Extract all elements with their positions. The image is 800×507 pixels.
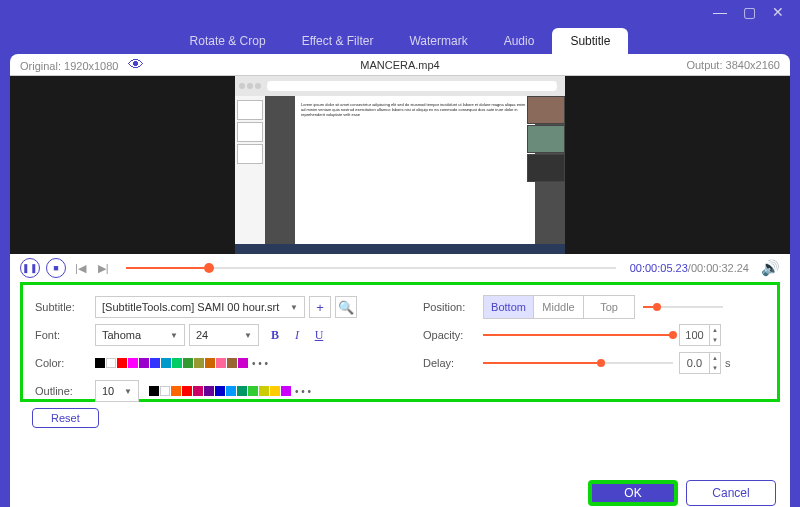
outline-color-swatch[interactable] <box>226 386 236 396</box>
prev-frame-button[interactable]: |◀ <box>72 262 89 275</box>
cancel-button[interactable]: Cancel <box>686 480 776 506</box>
tab-effect-filter[interactable]: Effect & Filter <box>284 28 392 54</box>
ok-button[interactable]: OK <box>588 480 678 506</box>
font-size-dropdown[interactable]: 24▼ <box>189 324 259 346</box>
file-name: MANCERA.mp4 <box>360 59 439 71</box>
video-preview: Lorem ipsum dolor sit amet consectetur a… <box>10 76 790 254</box>
outline-color-swatch[interactable] <box>259 386 269 396</box>
footer-buttons: OK Cancel <box>588 480 776 506</box>
color-swatches <box>95 358 248 368</box>
bold-button[interactable]: B <box>265 325 285 345</box>
position-label: Position: <box>423 301 483 313</box>
stop-button[interactable]: ■ <box>46 258 66 278</box>
more-colors-button[interactable]: • • • <box>252 358 268 369</box>
opacity-label: Opacity: <box>423 329 483 341</box>
progress-slider[interactable] <box>126 267 616 269</box>
duration: 00:00:32.24 <box>691 262 749 274</box>
color-swatch[interactable] <box>106 358 116 368</box>
font-dropdown[interactable]: Tahoma▼ <box>95 324 185 346</box>
spinner-up-icon[interactable]: ▲ <box>710 325 720 335</box>
chevron-down-icon: ▼ <box>124 387 132 396</box>
delay-unit: s <box>725 357 731 369</box>
tab-bar: Rotate & Crop Effect & Filter Watermark … <box>0 24 800 54</box>
color-swatch[interactable] <box>227 358 237 368</box>
time-display: 00:00:05.23/00:00:32.24 <box>630 262 749 274</box>
close-icon[interactable]: ✕ <box>764 4 792 20</box>
spinner-up-icon[interactable]: ▲ <box>710 353 720 363</box>
app-window: — ▢ ✕ Rotate & Crop Effect & Filter Wate… <box>0 0 800 507</box>
outline-color-swatch[interactable] <box>281 386 291 396</box>
main-panel: Original: 1920x1080 👁 MANCERA.mp4 Output… <box>10 54 790 507</box>
outline-color-swatches <box>149 386 291 396</box>
outline-color-swatch[interactable] <box>248 386 258 396</box>
pause-button[interactable]: ❚❚ <box>20 258 40 278</box>
next-frame-button[interactable]: ▶| <box>95 262 112 275</box>
color-swatch[interactable] <box>95 358 105 368</box>
opacity-slider[interactable] <box>483 334 673 336</box>
tab-rotate-crop[interactable]: Rotate & Crop <box>172 28 284 54</box>
color-swatch[interactable] <box>183 358 193 368</box>
color-swatch[interactable] <box>216 358 226 368</box>
outline-color-swatch[interactable] <box>171 386 181 396</box>
delay-slider[interactable] <box>483 362 673 364</box>
output-resolution: 3840x2160 <box>726 59 780 71</box>
outline-color-swatch[interactable] <box>182 386 192 396</box>
outline-color-swatch[interactable] <box>237 386 247 396</box>
current-time: 00:00:05.23 <box>630 262 688 274</box>
add-subtitle-button[interactable]: + <box>309 296 331 318</box>
delay-label: Delay: <box>423 357 483 369</box>
color-swatch[interactable] <box>194 358 204 368</box>
color-swatch[interactable] <box>128 358 138 368</box>
outline-color-swatch[interactable] <box>193 386 203 396</box>
chevron-down-icon: ▼ <box>290 303 298 312</box>
position-top[interactable]: Top <box>584 296 634 318</box>
outline-color-swatch[interactable] <box>270 386 280 396</box>
titlebar: — ▢ ✕ <box>0 0 800 24</box>
minimize-icon[interactable]: — <box>705 4 735 20</box>
volume-icon[interactable]: 🔊 <box>761 259 780 277</box>
color-swatch[interactable] <box>205 358 215 368</box>
playback-controls: ❚❚ ■ |◀ ▶| 00:00:05.23/00:00:32.24 🔊 <box>10 254 790 282</box>
position-segmented: Bottom Middle Top <box>483 295 635 319</box>
output-label: Output: <box>686 59 722 71</box>
color-label: Color: <box>35 357 95 369</box>
opacity-value[interactable]: 100 ▲▼ <box>679 324 721 346</box>
chevron-down-icon: ▼ <box>244 331 252 340</box>
outline-color-swatch[interactable] <box>149 386 159 396</box>
position-slider[interactable] <box>643 306 723 308</box>
color-swatch[interactable] <box>172 358 182 368</box>
italic-button[interactable]: I <box>287 325 307 345</box>
color-swatch[interactable] <box>139 358 149 368</box>
position-bottom[interactable]: Bottom <box>484 296 534 318</box>
visibility-toggle-icon[interactable]: 👁 <box>128 56 144 73</box>
more-outline-colors-button[interactable]: • • • <box>295 386 311 397</box>
video-frame: Lorem ipsum dolor sit amet consectetur a… <box>235 76 565 254</box>
color-swatch[interactable] <box>161 358 171 368</box>
spinner-down-icon[interactable]: ▼ <box>710 363 720 373</box>
chevron-down-icon: ▼ <box>170 331 178 340</box>
maximize-icon[interactable]: ▢ <box>735 4 764 20</box>
font-label: Font: <box>35 329 95 341</box>
tab-audio[interactable]: Audio <box>486 28 553 54</box>
outline-color-swatch[interactable] <box>215 386 225 396</box>
subtitle-file-dropdown[interactable]: [SubtitleTools.com] SAMI 00 hour.srt▼ <box>95 296 305 318</box>
search-subtitle-button[interactable]: 🔍 <box>335 296 357 318</box>
outline-size-dropdown[interactable]: 10▼ <box>95 380 139 402</box>
outline-label: Outline: <box>35 385 95 397</box>
color-swatch[interactable] <box>150 358 160 368</box>
spinner-down-icon[interactable]: ▼ <box>710 335 720 345</box>
color-swatch[interactable] <box>117 358 127 368</box>
reset-button[interactable]: Reset <box>32 408 99 428</box>
outline-color-swatch[interactable] <box>204 386 214 396</box>
position-middle[interactable]: Middle <box>534 296 584 318</box>
tab-subtitle[interactable]: Subtitle <box>552 28 628 54</box>
subtitle-label: Subtitle: <box>35 301 95 313</box>
subtitle-settings: Subtitle: [SubtitleTools.com] SAMI 00 ho… <box>20 282 780 402</box>
tab-watermark[interactable]: Watermark <box>391 28 485 54</box>
original-resolution: 1920x1080 <box>64 60 118 72</box>
delay-value[interactable]: 0.0 ▲▼ <box>679 352 721 374</box>
color-swatch[interactable] <box>238 358 248 368</box>
outline-color-swatch[interactable] <box>160 386 170 396</box>
original-label: Original: <box>20 60 61 72</box>
underline-button[interactable]: U <box>309 325 329 345</box>
